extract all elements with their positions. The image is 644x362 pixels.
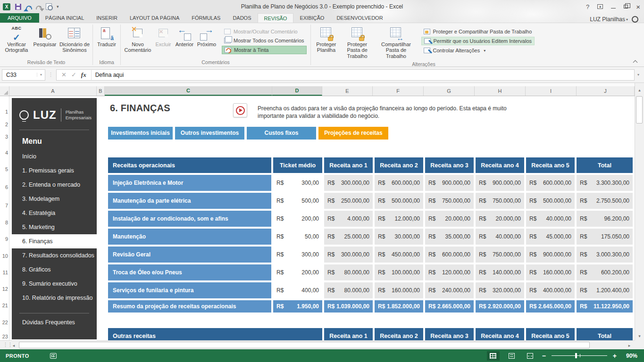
restore-icon[interactable] bbox=[624, 5, 628, 8]
table-cell[interactable]: R$80.000,00 bbox=[324, 264, 373, 280]
total-cell[interactable]: R$175.050,00 bbox=[577, 229, 633, 245]
page-layout-view-button[interactable] bbox=[505, 351, 518, 361]
zoom-slider[interactable] bbox=[552, 355, 607, 356]
sidebar-item-6-financas[interactable]: 6. Finanças bbox=[12, 234, 97, 248]
help-icon[interactable]: ? bbox=[586, 3, 589, 10]
table-row-label[interactable]: Revisão Geral bbox=[108, 247, 271, 263]
protect-workbook-button[interactable]: Proteger Pasta de Trabalho bbox=[340, 25, 375, 61]
scroll-up-icon[interactable]: ▴ bbox=[636, 87, 643, 93]
customize-quick-access-icon[interactable]: ▾ bbox=[57, 4, 59, 9]
row-header-21[interactable]: 21 bbox=[0, 303, 8, 308]
total-cell[interactable]: R$96.200,00 bbox=[577, 211, 633, 227]
share-workbook-button[interactable]: ↔ Compartilhar Pasta de Trabalho bbox=[375, 25, 417, 61]
table2-header-outras-receitas[interactable]: Outras receitas bbox=[108, 328, 322, 340]
row-header-22[interactable]: 22 bbox=[0, 320, 8, 325]
table2-header-receita-ano-4[interactable]: Receita ano 4 bbox=[476, 328, 524, 340]
sidebar-item-4-estrategia[interactable]: 4. Estratégia bbox=[12, 206, 97, 220]
scroll-left-icon[interactable]: ◂ bbox=[10, 342, 17, 348]
minimize-icon[interactable] bbox=[611, 5, 616, 8]
tab-investimentos-iniciais[interactable]: Investimentos iniciais bbox=[108, 127, 173, 140]
table-cell[interactable]: R$30.000,00 bbox=[375, 229, 423, 245]
row-header-10[interactable]: 10 bbox=[0, 253, 8, 259]
table2-header-receita-ano-3[interactable]: Receita ano 3 bbox=[425, 328, 474, 340]
table-cell[interactable]: R$250.000,00 bbox=[324, 193, 373, 209]
undo-button[interactable]: ▾ bbox=[26, 4, 31, 9]
scroll-down-icon[interactable]: ▾ bbox=[636, 333, 643, 339]
table2-header-receita-ano-2[interactable]: Receita ano 2 bbox=[375, 328, 423, 340]
table-cell[interactable]: R$600.000,00 bbox=[375, 175, 423, 191]
total-cell[interactable]: R$3.300.300,00 bbox=[577, 175, 633, 191]
previous-comment-button[interactable]: ← Anterior bbox=[174, 25, 195, 49]
row-header-8[interactable]: 8 bbox=[0, 220, 8, 225]
zoom-out-button[interactable]: − bbox=[542, 352, 546, 360]
table-row-label[interactable]: Injeção Eletrônica e Motor bbox=[108, 175, 271, 191]
column-header-e[interactable]: E bbox=[322, 86, 373, 96]
next-comment-button[interactable]: → Próximo bbox=[195, 25, 218, 49]
protect-sheet-button[interactable]: Proteger Planilha bbox=[313, 25, 340, 55]
table-header-receita-ano-2[interactable]: Receita ano 2 bbox=[375, 157, 423, 173]
table-header-receita-ano-5[interactable]: Receita ano 5 bbox=[526, 157, 575, 173]
row-header-2[interactable]: 2 bbox=[0, 122, 8, 127]
table-cell[interactable]: R$40.000,00 bbox=[476, 229, 524, 245]
normal-view-button[interactable] bbox=[487, 351, 500, 361]
excel-app-icon[interactable]: X bbox=[3, 3, 10, 10]
column-header-c[interactable]: C bbox=[105, 86, 272, 96]
spell-check-button[interactable]: ABC✓ Verificar Ortografia bbox=[2, 25, 31, 55]
table-summary-label[interactable]: Resumo da projeção de receitas operacion… bbox=[108, 300, 271, 313]
row-header-11[interactable]: 11 bbox=[0, 270, 8, 275]
expand-formula-bar-icon[interactable]: ▾ bbox=[635, 69, 642, 81]
table-cell[interactable]: R$20.000,00 bbox=[476, 211, 524, 227]
table-row-label[interactable]: Instalação de ar condicionado, som e afi… bbox=[108, 211, 271, 227]
row-header-12[interactable]: 12 bbox=[0, 286, 8, 292]
sidebar-item-9-sumario-executivo[interactable]: 9. Sumário executivo bbox=[12, 277, 97, 291]
total-cell[interactable]: R$600.200,00 bbox=[577, 264, 633, 280]
table-cell[interactable]: R$600.000,00 bbox=[425, 247, 474, 263]
table-cell[interactable]: R$140.000,00 bbox=[476, 264, 524, 280]
table-cell[interactable]: R$900.000,00 bbox=[425, 175, 474, 191]
insert-function-icon[interactable]: fx bbox=[81, 71, 86, 79]
research-button[interactable]: Pesquisar bbox=[31, 25, 59, 49]
ribbon-tab-desenvolvedor[interactable]: DESENVOLVEDOR bbox=[330, 13, 389, 23]
row-header-9[interactable]: 9 bbox=[0, 236, 8, 242]
table-cell[interactable]: R$240.000,00 bbox=[425, 282, 474, 298]
ticket-cell[interactable]: R$400,00 bbox=[273, 282, 322, 298]
table-cell[interactable]: R$900.000,00 bbox=[476, 175, 524, 191]
name-box[interactable]: C33 ▾ bbox=[2, 69, 45, 81]
row-header-6[interactable]: 6 bbox=[0, 184, 8, 190]
select-all-corner[interactable] bbox=[0, 86, 9, 96]
table-cell[interactable]: R$300.000,00 bbox=[324, 247, 373, 263]
ribbon-tab-pagina-inicial[interactable]: PÁGINA INICIAL bbox=[39, 13, 91, 23]
table-cell[interactable]: R$4.000,00 bbox=[324, 211, 373, 227]
translate-button[interactable]: aã Traduzir bbox=[95, 25, 118, 49]
column-header-j[interactable]: J bbox=[577, 86, 635, 96]
table-cell[interactable]: R$160.000,00 bbox=[375, 282, 423, 298]
sidebar-item-10-relatorio-de-impressao[interactable]: 10. Relatório de impressão bbox=[12, 291, 97, 305]
column-header-f[interactable]: F bbox=[373, 86, 424, 96]
horizontal-scroll-thumb[interactable] bbox=[19, 342, 590, 348]
table-cell[interactable]: R$12.000,00 bbox=[375, 211, 423, 227]
sidebar-item-duvidas-frequentes[interactable]: Dúvidas Frequentes bbox=[12, 315, 97, 329]
zoom-level[interactable]: 90% bbox=[622, 353, 637, 359]
column-header-b[interactable]: B bbox=[97, 86, 105, 96]
sidebar-item-inicio[interactable]: Início bbox=[12, 149, 97, 164]
sidebar-item-3-modelagem[interactable]: 3. Modelagem bbox=[12, 192, 97, 206]
row-header-23[interactable]: 23 bbox=[0, 334, 8, 339]
column-header-i[interactable]: I bbox=[526, 86, 577, 96]
total-cell[interactable]: R$3.000.300,00 bbox=[577, 247, 633, 263]
account-area[interactable]: LUZ Planilhas ▾ bbox=[590, 16, 644, 23]
table-cell[interactable]: R$750.000,00 bbox=[425, 193, 474, 209]
table-cell[interactable]: R$400.000,00 bbox=[526, 282, 575, 298]
table-header-receitas-operacionais[interactable]: Receitas operacionais bbox=[108, 157, 271, 173]
page-break-view-button[interactable] bbox=[524, 351, 536, 361]
zoom-slider-thumb[interactable] bbox=[575, 353, 577, 358]
ribbon-tab-dados[interactable]: DADOS bbox=[226, 13, 257, 23]
table-cell[interactable]: R$40.000,00 bbox=[526, 211, 575, 227]
confirm-entry-icon[interactable]: ✓ bbox=[71, 71, 76, 78]
table-row-label[interactable]: Serviços de funilaria e pintura bbox=[108, 282, 271, 298]
table-cell[interactable]: R$160.000,00 bbox=[526, 264, 575, 280]
new-comment-button[interactable]: Novo Comentário bbox=[123, 25, 153, 55]
show-ink-button[interactable]: Mostrar à Tinta bbox=[222, 46, 307, 54]
formula-input[interactable]: Defina aqui bbox=[91, 69, 635, 81]
summary-cell[interactable]: R$2.645.000,00 bbox=[526, 300, 575, 313]
ticket-cell[interactable]: R$200,00 bbox=[273, 264, 322, 280]
